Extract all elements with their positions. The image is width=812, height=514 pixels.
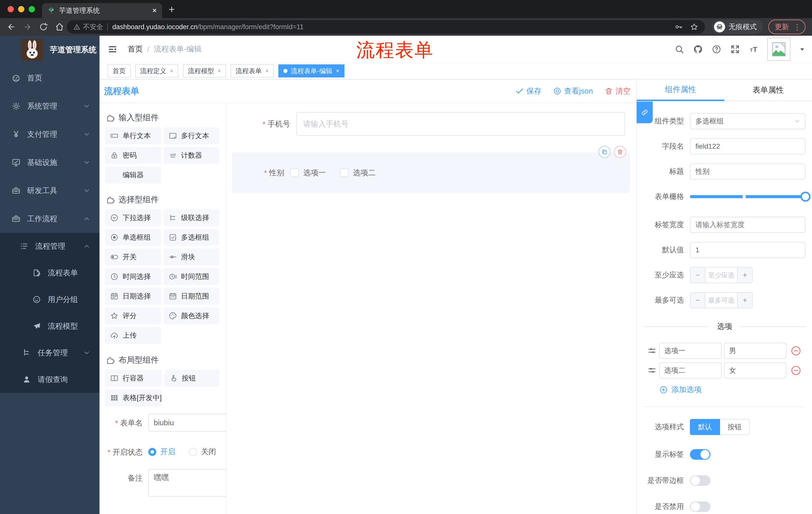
slider-handle[interactable] xyxy=(801,192,811,202)
option-value-input[interactable] xyxy=(724,362,786,378)
option-value-input[interactable] xyxy=(724,343,786,359)
checkbox[interactable] xyxy=(290,168,299,177)
canvas-field-gender-selected[interactable]: 性别 选项一 选项二 xyxy=(232,153,630,193)
chip-upload[interactable]: 上传 xyxy=(105,327,161,344)
sidebar-item-home[interactable]: 首页 xyxy=(0,64,99,92)
status-radio-on[interactable]: 开启 xyxy=(148,447,175,457)
checkbox[interactable] xyxy=(340,168,348,177)
avatar-caret-down-icon[interactable] xyxy=(799,46,806,53)
component-type-select[interactable]: 多选框组 xyxy=(690,113,806,129)
grid-slider[interactable] xyxy=(690,189,806,205)
password-key-icon[interactable] xyxy=(674,23,683,31)
tag-close-icon[interactable]: × xyxy=(336,67,340,75)
status-radio-off[interactable]: 关闭 xyxy=(189,447,216,457)
clear-button[interactable]: 清空 xyxy=(605,86,631,96)
tag-process-model[interactable]: 流程模型 × xyxy=(183,64,226,77)
copy-component-button[interactable] xyxy=(599,146,610,158)
field-name-input[interactable] xyxy=(690,138,806,154)
chip-cascader[interactable]: 级联选择 xyxy=(164,209,220,226)
chip-button[interactable]: 按钮 xyxy=(164,370,219,387)
chip-multi-line-text[interactable]: 多行文本 xyxy=(164,127,220,144)
chip-time-range[interactable]: 时间范围 xyxy=(164,268,220,285)
browser-menu-icon[interactable]: ⋮ xyxy=(793,23,801,31)
gender-checkbox-option-2[interactable]: 选项二 xyxy=(340,168,376,178)
chip-password[interactable]: 密码 xyxy=(105,147,161,164)
tab-close-icon[interactable]: × xyxy=(152,6,156,15)
tag-process-form-edit[interactable]: 流程表单-编辑 × xyxy=(279,64,344,77)
stepper-value[interactable]: 最多可选 xyxy=(705,293,737,308)
chip-slider[interactable]: 滑块 xyxy=(164,248,220,266)
sidebar-item-system[interactable]: 系统管理 xyxy=(0,92,99,120)
canvas-field-phone[interactable]: 手机号 xyxy=(226,112,636,136)
chip-date-range[interactable]: 日期范围 xyxy=(164,288,220,305)
breadcrumb-home[interactable]: 首页 xyxy=(127,44,143,54)
stepper-minus-button[interactable]: − xyxy=(690,268,705,283)
font-size-icon[interactable]: TT xyxy=(749,44,759,54)
chip-time-picker[interactable]: 时间选择 xyxy=(105,268,161,285)
stepper-plus-button[interactable]: + xyxy=(737,293,752,308)
tab-form-props[interactable]: 表单属性 xyxy=(724,79,812,101)
add-option-button[interactable]: 添加选项 xyxy=(659,384,806,395)
sidebar-item-infrastructure[interactable]: 基础设施 xyxy=(0,148,99,177)
search-icon[interactable] xyxy=(674,44,685,54)
chip-radio-group[interactable]: 单选框组 xyxy=(105,229,161,246)
chip-color-picker[interactable]: 颜色选择 xyxy=(164,307,220,324)
fullscreen-icon[interactable] xyxy=(730,44,740,54)
chip-table[interactable]: 表格[开发中] xyxy=(105,389,162,406)
window-maximize-button[interactable] xyxy=(29,6,35,12)
option-label-input[interactable] xyxy=(659,343,722,359)
view-json-button[interactable]: 查看json xyxy=(553,86,593,96)
browser-tab[interactable]: 芋道管理系统 × xyxy=(42,3,162,18)
user-avatar[interactable] xyxy=(767,38,790,61)
help-icon[interactable] xyxy=(712,44,722,54)
stepper-plus-button[interactable]: + xyxy=(737,268,752,283)
chip-rate[interactable]: 评分 xyxy=(105,307,161,324)
update-browser-button[interactable]: 更新 ⋮ xyxy=(768,20,806,34)
gender-checkbox-option-1[interactable]: 选项一 xyxy=(290,168,326,178)
window-controls[interactable] xyxy=(0,0,42,18)
sidebar-item-leave-query[interactable]: 请假查询 xyxy=(0,366,99,393)
new-tab-button[interactable]: + xyxy=(169,3,175,16)
remove-option-icon[interactable] xyxy=(790,345,802,356)
chip-checkbox-group[interactable]: 多选框组 xyxy=(164,229,220,246)
drag-handle-icon[interactable] xyxy=(647,366,657,375)
sidebar-collapse-icon[interactable] xyxy=(108,44,118,54)
url-field[interactable]: 不安全 dashboard.yudao.iocoder.cn/bpm/manag… xyxy=(67,20,705,34)
chip-counter[interactable]: 123计数器 xyxy=(164,147,220,164)
tag-process-definition[interactable]: 流程定义 × xyxy=(135,64,178,77)
tag-close-icon[interactable]: × xyxy=(265,67,269,75)
min-select-stepper[interactable]: − 至少应选 + xyxy=(690,267,753,283)
remove-option-icon[interactable] xyxy=(790,365,802,376)
reload-icon[interactable] xyxy=(39,22,48,32)
chip-editor[interactable]: 编辑器 xyxy=(105,166,161,184)
form-canvas[interactable]: 手机号 性别 选项一 xyxy=(226,103,636,514)
drag-handle-icon[interactable] xyxy=(647,346,657,356)
tag-process-form[interactable]: 流程表单 × xyxy=(231,64,274,77)
sidebar-item-payment[interactable]: 支付管理 xyxy=(0,120,99,148)
form-name-input[interactable] xyxy=(148,414,226,432)
tab-component-props[interactable]: 组件属性 xyxy=(637,79,724,101)
back-icon[interactable] xyxy=(6,22,16,32)
home-icon[interactable] xyxy=(55,22,64,32)
sidebar-item-process-model[interactable]: 流程模型 xyxy=(0,313,99,340)
default-value-input[interactable] xyxy=(690,242,806,258)
stepper-value[interactable]: 至少应选 xyxy=(705,268,737,283)
forward-icon[interactable] xyxy=(23,22,32,32)
style-button-button[interactable]: 按钮 xyxy=(720,419,750,435)
chip-switch[interactable]: 开关 xyxy=(105,248,161,266)
disabled-toggle[interactable] xyxy=(690,502,710,512)
stepper-minus-button[interactable]: − xyxy=(690,293,705,308)
window-minimize-button[interactable] xyxy=(18,6,24,12)
tag-home[interactable]: 首页 xyxy=(108,64,130,77)
url-text[interactable]: dashboard.yudao.iocoder.cn/bpm/manager/f… xyxy=(112,23,667,31)
sidebar-item-devtools[interactable]: 研发工具 xyxy=(0,177,99,205)
chip-row-container[interactable]: 行容器 xyxy=(105,370,162,387)
not-secure-warning-icon[interactable] xyxy=(74,23,80,30)
delete-component-button[interactable] xyxy=(614,146,626,158)
chip-single-line-text[interactable]: 单行文本 xyxy=(105,127,161,144)
phone-input[interactable] xyxy=(296,112,625,136)
border-toggle[interactable] xyxy=(690,475,710,486)
chip-select[interactable]: 下拉选择 xyxy=(105,209,161,226)
tag-close-icon[interactable]: × xyxy=(218,67,221,75)
save-button[interactable]: 保存 xyxy=(515,86,542,96)
